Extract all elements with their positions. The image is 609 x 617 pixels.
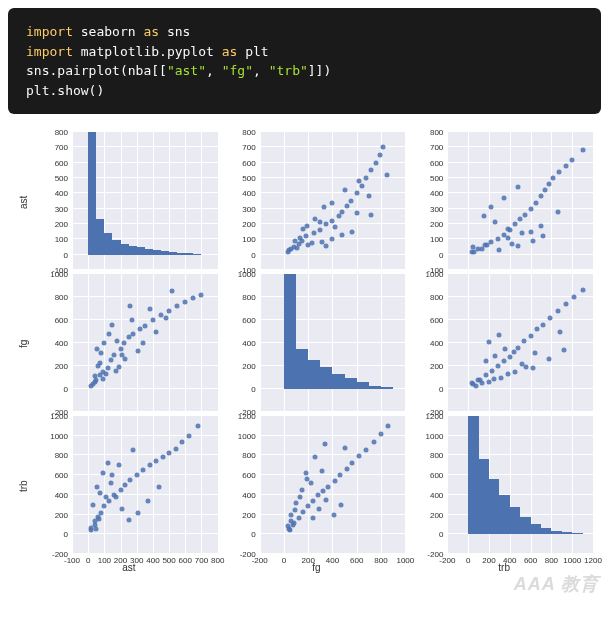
- corner: [14, 558, 32, 588]
- code-line-3: sns.pairplot(nba[["ast", "fg", "trb"]]): [26, 61, 583, 81]
- cell-fg-trb: -20002004006008001000: [413, 274, 595, 414]
- code-text: ]]): [308, 63, 331, 78]
- code-line-2: import matplotlib.pyplot as plt: [26, 42, 583, 62]
- code-text: sns.pairplot(nba[[: [26, 63, 167, 78]
- cell-trb-fg: -200020040060080010001200-20002004006008…: [226, 416, 408, 556]
- cell-ast-fg: -1000100200300400500600700800: [226, 132, 408, 272]
- string-literal: "ast": [167, 63, 206, 78]
- keyword: as: [143, 24, 159, 39]
- code-text: matplotlib.pyplot: [73, 44, 222, 59]
- code-line-1: import seaborn as sns: [26, 22, 583, 42]
- keyword: as: [222, 44, 238, 59]
- cell-ast-trb: -1000100200300400500600700800: [413, 132, 595, 272]
- cell-trb-ast: -200020040060080010001200-10001002003004…: [38, 416, 220, 556]
- code-text: ,: [253, 63, 269, 78]
- code-text: seaborn: [73, 24, 143, 39]
- code-line-4: plt.show(): [26, 81, 583, 101]
- cell-ast-ast: -1000100200300400500600700800: [38, 132, 220, 272]
- cell-trb-trb: -200020040060080010001200-20002004006008…: [413, 416, 595, 556]
- ylabel-ast: ast: [14, 132, 32, 272]
- code-text: plt: [237, 44, 268, 59]
- code-block: import seaborn as sns import matplotlib.…: [8, 8, 601, 114]
- ylabel-trb: trb: [14, 416, 32, 556]
- cell-fg-fg: -20002004006008001000: [226, 274, 408, 414]
- code-text: plt.show(): [26, 83, 104, 98]
- code-text: sns: [159, 24, 190, 39]
- keyword: import: [26, 44, 73, 59]
- string-literal: "fg": [222, 63, 253, 78]
- code-text: ,: [206, 63, 222, 78]
- keyword: import: [26, 24, 73, 39]
- pairplot-grid: ast -1000100200300400500600700800 -10001…: [14, 132, 595, 588]
- watermark: AAA 教育: [514, 572, 599, 596]
- cell-fg-ast: -20002004006008001000: [38, 274, 220, 414]
- string-literal: "trb": [269, 63, 308, 78]
- ylabel-fg: fg: [14, 274, 32, 414]
- pairplot-figure: ast -1000100200300400500600700800 -10001…: [0, 122, 609, 602]
